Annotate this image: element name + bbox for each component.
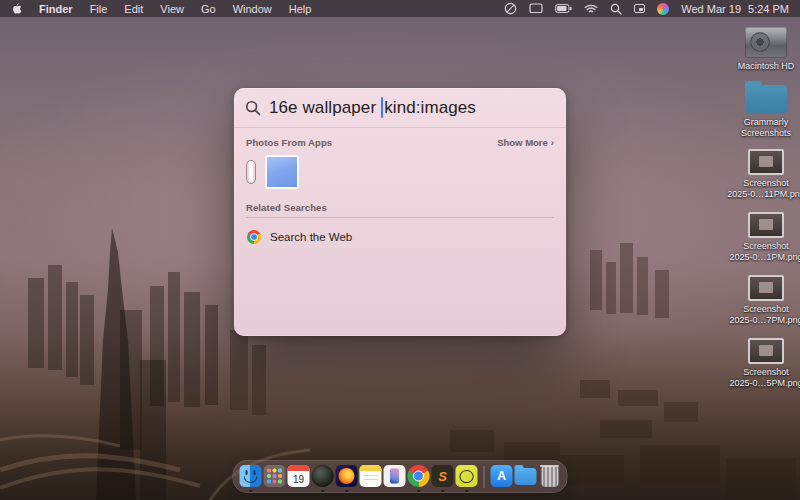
calendar-icon: 19 [288, 465, 310, 487]
photo-result-selected[interactable] [246, 160, 256, 184]
menu-edit[interactable]: Edit [124, 3, 143, 15]
desktop-icon-screenshot-4[interactable]: Screenshot 2025-0…5PM.png [726, 338, 800, 389]
desktop-icon-screenshot-1[interactable]: Screenshot 2025-0…11PM.png [726, 149, 800, 200]
display-icon[interactable] [529, 3, 543, 14]
battery-icon[interactable] [555, 4, 572, 13]
notes-icon [360, 465, 382, 487]
running-indicator [249, 490, 252, 493]
siri-icon[interactable] [657, 3, 669, 15]
desktop-icon-screenshot-3[interactable]: Screenshot 2025-0…7PM.png [726, 275, 800, 326]
basecamp-icon [456, 465, 478, 487]
dock-firefox[interactable] [336, 465, 358, 488]
icon-label: Screenshot 2025-0…5PM.png [729, 367, 800, 389]
icon-label: Grammarly Screenshots [741, 117, 791, 139]
running-indicator [321, 490, 324, 493]
dark-blue-wallpaper-thumbnail [249, 161, 253, 182]
spotlight-window: 16e wallpaper kind:images Photos From Ap… [234, 88, 566, 336]
clock-status-icon[interactable] [504, 2, 517, 15]
menu-go[interactable]: Go [201, 3, 216, 15]
icon-label: Screenshot 2025-0…1PM.png [729, 241, 800, 263]
section-divider [246, 217, 554, 218]
desktop-icon-screenshot-2[interactable]: Screenshot 2025-0…1PM.png [726, 212, 800, 263]
query-after-cursor: kind:images [384, 98, 476, 118]
image-file-icon [748, 275, 784, 301]
dock-sublime-text[interactable]: S [432, 465, 454, 488]
image-file-icon [748, 338, 784, 364]
dock-notes[interactable] [360, 465, 382, 488]
image-preview-icon [384, 465, 406, 487]
wifi-icon[interactable] [584, 4, 598, 14]
query-before-cursor: 16e wallpaper [269, 98, 376, 118]
dock-downloads-folder[interactable] [515, 465, 537, 488]
search-the-web-item[interactable]: Search the Web [246, 228, 554, 246]
spotlight-search-field[interactable]: 16e wallpaper kind:images [234, 88, 566, 128]
image-file-icon [748, 149, 784, 175]
show-more-button[interactable]: Show More › [497, 137, 554, 148]
dock-trash[interactable] [539, 465, 561, 488]
menu-bar: Finder File Edit View Go Window Help [0, 0, 800, 17]
dock-app-store[interactable]: A [491, 465, 513, 488]
menu-view[interactable]: View [160, 3, 184, 15]
spotlight-query[interactable]: 16e wallpaper kind:images [269, 97, 476, 118]
menu-app-name[interactable]: Finder [39, 3, 73, 15]
desktop-icon-macintosh-hd[interactable]: Macintosh HD [726, 27, 800, 72]
text-cursor [381, 97, 383, 118]
running-indicator [441, 490, 444, 493]
dock-launchpad[interactable] [264, 465, 286, 488]
menu-help[interactable]: Help [289, 3, 312, 15]
icon-label: Screenshot 2025-0…7PM.png [729, 304, 800, 326]
calendar-day: 19 [293, 472, 304, 487]
dock-dark-circular-app[interactable] [312, 465, 334, 488]
dock-separator [484, 466, 485, 488]
firefox-icon [336, 465, 358, 487]
photos-section-title: Photos From Apps [246, 137, 332, 148]
light-blue-wallpaper-thumbnail[interactable] [265, 155, 299, 189]
time-text: 5:24 PM [748, 3, 789, 15]
dock-finder[interactable] [240, 465, 262, 488]
dock-basecamp[interactable] [456, 465, 478, 488]
sublime-text-icon: S [432, 465, 454, 487]
icon-label: Screenshot 2025-0…11PM.png [727, 178, 800, 200]
downloads-folder-icon [515, 468, 537, 485]
menu-window[interactable]: Window [233, 3, 272, 15]
icon-label: Macintosh HD [738, 61, 795, 72]
dark-circular-app-icon [312, 465, 334, 487]
search-the-web-label: Search the Web [270, 231, 352, 243]
dock-image-preview[interactable] [384, 465, 406, 488]
desktop-icon-grammarly-screenshots[interactable]: Grammarly Screenshots [726, 85, 800, 139]
spotlight-search-icon[interactable] [610, 3, 622, 15]
control-center-icon[interactable] [634, 4, 645, 13]
image-file-icon [748, 212, 784, 238]
chevron-right-icon: › [551, 137, 554, 148]
dock-calendar[interactable]: 19 [288, 465, 310, 488]
chrome-icon [247, 230, 261, 244]
running-indicator [417, 490, 420, 493]
magnifier-icon [245, 100, 261, 116]
menu-file[interactable]: File [90, 3, 108, 15]
related-section-title: Related Searches [246, 202, 554, 213]
finder-icon [240, 465, 262, 487]
apple-menu-icon[interactable] [11, 2, 22, 15]
trash-icon [541, 466, 558, 487]
launchpad-icon [264, 465, 286, 487]
running-indicator [345, 490, 348, 493]
dock: 19 S A [233, 460, 568, 493]
running-indicator [465, 490, 468, 493]
dock-chrome[interactable] [408, 465, 430, 488]
app-store-icon: A [491, 465, 513, 487]
hard-drive-icon [745, 27, 787, 58]
menu-bar-clock[interactable]: Wed Mar 19 5:24 PM [681, 3, 789, 15]
date-text: Wed Mar 19 [681, 3, 741, 15]
folder-icon [745, 85, 787, 114]
chrome-icon [408, 465, 430, 487]
